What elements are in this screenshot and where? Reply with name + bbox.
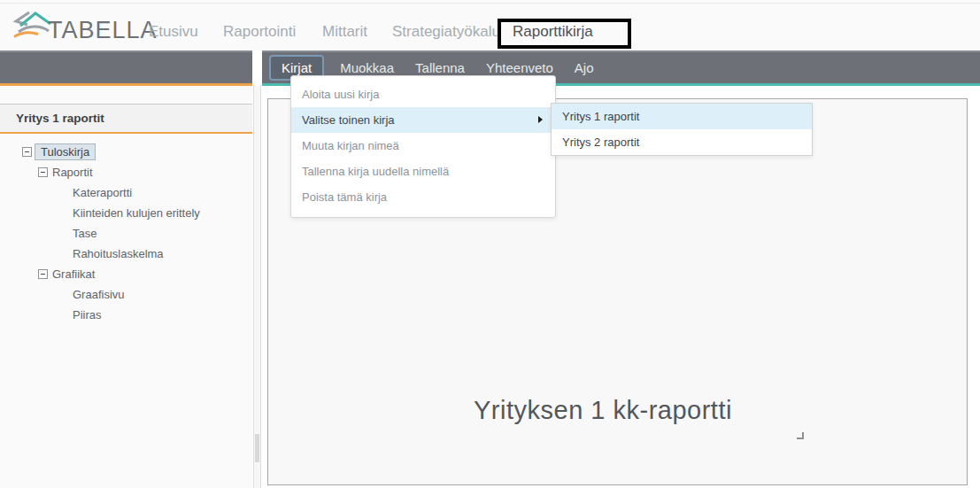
submenu-item-yritys-1-raportit[interactable]: Yritys 1 raportit [552, 104, 812, 129]
kirjat-dropdown-menu: Aloita uusi kirjaValitse toinen kirjaMuu… [290, 75, 556, 218]
nav-item-strategiaty-kalu[interactable]: Strategiatyökalu [392, 23, 500, 41]
scrollbar-thumb[interactable] [255, 434, 259, 462]
nav-item-raporttikirja[interactable]: Raporttikirja [513, 23, 593, 41]
toolbar-item-muokkaa[interactable]: Muokkaa [340, 60, 394, 75]
collapse-icon[interactable] [38, 269, 48, 279]
tree-item-label: Rahoituslaskelma [73, 247, 164, 260]
menu-item-poista-t-m-kirja[interactable]: Poista tämä kirja [291, 184, 555, 210]
report-tree: TuloskirjaRaportitKateraporttiKiinteiden… [0, 142, 252, 325]
main-nav: EtusivuRaportointiMittaritStrategiatyöka… [0, 0, 980, 50]
tree-item-kiinteiden-kulujen-erittely[interactable]: Kiinteiden kulujen erittely [0, 203, 252, 223]
sidebar: Yritys 1 raportit TuloskirjaRaportitKate… [0, 86, 252, 488]
tree-item-label: Grafiikat [52, 267, 95, 281]
app-header: TABELLA EtusivuRaportointiMittaritStrate… [0, 0, 980, 50]
sidebar-top-band [0, 50, 252, 86]
tree-item-label: Tase [73, 227, 96, 240]
nav-item-etusivu[interactable]: Etusivu [149, 23, 198, 41]
tree-item-label: Kateraportti [73, 186, 132, 199]
sidebar-title: Yritys 1 raportit [16, 112, 104, 125]
menu-item-muuta-kirjan-nime[interactable]: Muuta kirjan nimeä [291, 133, 555, 159]
tree-item-label: Tuloskirja [35, 143, 96, 160]
nav-item-raportointi[interactable]: Raportointi [223, 23, 296, 41]
tree-item-label: Raportit [52, 166, 93, 179]
tree-item-label: Kiinteiden kulujen erittely [73, 206, 200, 220]
resize-handle-icon[interactable] [797, 432, 804, 439]
collapse-icon[interactable] [22, 147, 32, 157]
book-select-submenu: Yritys 1 raportitYritys 2 raportit [551, 103, 813, 156]
tree-item-raportit[interactable]: Raportit [0, 162, 252, 182]
menu-item-valitse-toinen-kirja[interactable]: Valitse toinen kirja [291, 107, 555, 133]
tree-item-kateraportti[interactable]: Kateraportti [0, 182, 252, 203]
tree-item-grafiikat[interactable]: Grafiikat [0, 264, 252, 284]
toolbar-item-yhteenveto[interactable]: Yhteenveto [486, 60, 553, 75]
tree-item-tuloskirja[interactable]: Tuloskirja [0, 142, 252, 162]
toolbar-item-ajo[interactable]: Ajo [575, 60, 594, 75]
tree-item-tase[interactable]: Tase [0, 223, 252, 244]
page-root: TABELLA EtusivuRaportointiMittaritStrate… [0, 0, 980, 488]
submenu-arrow-icon [538, 116, 543, 123]
collapse-icon[interactable] [38, 167, 48, 177]
menu-item-aloita-uusi-kirja[interactable]: Aloita uusi kirja [291, 81, 555, 107]
report-title: Yrityksen 1 kk-raportti [474, 396, 732, 425]
tree-item-label: Graafisivu [73, 288, 125, 301]
tree-item-graafisivu[interactable]: Graafisivu [0, 284, 252, 305]
tree-item-rahoituslaskelma[interactable]: Rahoituslaskelma [0, 244, 252, 264]
nav-item-mittarit[interactable]: Mittarit [322, 23, 367, 41]
sidebar-scrollbar[interactable] [253, 86, 261, 488]
tree-item-piiras[interactable]: Piiras [0, 305, 252, 325]
tree-item-label: Piiras [73, 308, 102, 321]
menu-item-tallenna-kirja-uudella-nimell[interactable]: Tallenna kirja uudella nimellä [291, 159, 555, 184]
sidebar-header: Yritys 1 raportit [0, 105, 252, 134]
submenu-item-yritys-2-raportit[interactable]: Yritys 2 raportit [552, 129, 812, 155]
toolbar-item-tallenna[interactable]: Tallenna [415, 60, 465, 75]
